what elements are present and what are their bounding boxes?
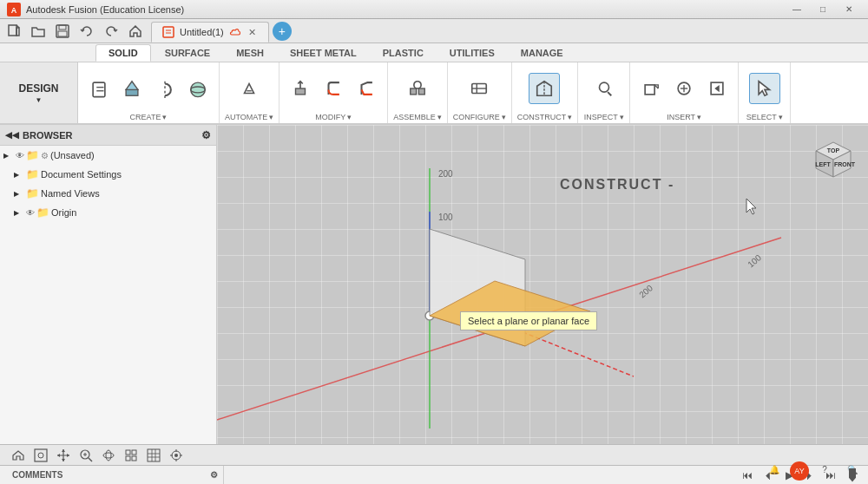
toolbar-btn-chamfer[interactable] bbox=[351, 73, 382, 104]
toolbar-group-buttons-automate bbox=[233, 66, 265, 111]
save-button[interactable] bbox=[52, 23, 73, 39]
new-component-icon bbox=[89, 79, 108, 98]
play-prev-button[interactable]: ⏮ bbox=[740, 468, 755, 483]
toolbar-btn-construct-btn[interactable] bbox=[529, 73, 560, 104]
browser-item-doc-settings[interactable]: ▶ 📁 Document Settings bbox=[0, 165, 216, 184]
help-button[interactable]: ? bbox=[812, 461, 837, 477]
new-tab-button[interactable]: + bbox=[273, 22, 292, 41]
browser-item-label: Document Settings bbox=[41, 169, 122, 180]
browser-item-unsaved[interactable]: ▶ 👁 📁 ⚙ (Unsaved) bbox=[0, 146, 216, 165]
chamfer-icon bbox=[357, 79, 376, 98]
toolbar-btn-configure-btn[interactable] bbox=[464, 73, 495, 104]
toolbar-group-arrow-assemble[interactable]: ▾ bbox=[437, 113, 442, 121]
display-mode-button[interactable] bbox=[122, 448, 141, 463]
toolbar-btn-new-component[interactable] bbox=[83, 73, 115, 104]
browser-settings-icon[interactable]: ⚙ bbox=[201, 129, 211, 141]
home-view-button[interactable] bbox=[9, 448, 28, 463]
toolbar-tabs: SOLIDSURFACEMESHSHEET METALPLASTICUTILIT… bbox=[0, 43, 868, 62]
toolbar-btn-extrude[interactable] bbox=[116, 73, 148, 104]
bell-button[interactable]: 🔔 bbox=[762, 461, 786, 477]
toolbar-group-buttons-inspect bbox=[589, 66, 620, 111]
zoom-button[interactable] bbox=[76, 448, 95, 463]
expand-arrow[interactable]: ▶ bbox=[14, 209, 24, 217]
svg-rect-56 bbox=[35, 449, 47, 461]
svg-line-63 bbox=[89, 458, 92, 461]
collapse-icon[interactable]: ◀◀ bbox=[5, 130, 19, 140]
toolbar-group-label-assemble: ASSEMBLE▾ bbox=[393, 113, 442, 121]
toolbar-group-arrow-insert[interactable]: ▾ bbox=[697, 113, 701, 121]
toolbar-tab-utilities[interactable]: UTILITIES bbox=[437, 44, 507, 62]
expand-arrow[interactable]: ▶ bbox=[14, 190, 24, 198]
toolbar-group-arrow-select[interactable]: ▾ bbox=[779, 113, 783, 121]
toolbar-tab-plastic[interactable]: PLASTIC bbox=[371, 44, 436, 62]
revolve-icon bbox=[155, 79, 174, 98]
design-dropdown[interactable]: DESIGN ▼ bbox=[0, 62, 78, 123]
browser-header: ◀◀ BROWSER ⚙ bbox=[0, 125, 216, 146]
document-tab[interactable]: Untitled(1) ✕ bbox=[151, 22, 269, 43]
timeline-slider[interactable] bbox=[844, 468, 861, 483]
user-button[interactable]: AY bbox=[790, 461, 809, 481]
browser-item-named-views[interactable]: ▶ 📁 Named Views bbox=[0, 184, 216, 203]
svg-rect-72 bbox=[148, 449, 160, 461]
toolbar-btn-inspect-btn[interactable] bbox=[589, 73, 620, 104]
grid-display-button[interactable] bbox=[144, 448, 163, 463]
toolbar-group-arrow-inspect[interactable]: ▾ bbox=[620, 113, 624, 121]
toolbar-tab-mesh[interactable]: MESH bbox=[224, 44, 276, 62]
home-button[interactable] bbox=[125, 23, 146, 39]
pan-button[interactable] bbox=[54, 448, 73, 463]
svg-point-66 bbox=[103, 453, 114, 458]
toolbar-group-modify: MODIFY▾ bbox=[279, 62, 388, 123]
toolbar-group-create: CREATE▾ bbox=[78, 62, 220, 123]
insert2-icon bbox=[674, 79, 694, 98]
tab-close-button[interactable]: ✕ bbox=[247, 27, 258, 38]
toolbar-tab-sheet-metal[interactable]: SHEET METAL bbox=[278, 44, 369, 62]
item-settings-icon[interactable]: ⚙ bbox=[41, 151, 49, 160]
toolbar-group-arrow-construct[interactable]: ▾ bbox=[568, 113, 572, 121]
browser-item-origin[interactable]: ▶ 👁 📁 Origin bbox=[0, 203, 216, 222]
toolbar-btn-assemble-btn[interactable] bbox=[402, 73, 433, 104]
expand-arrow[interactable]: ▶ bbox=[14, 171, 24, 179]
main-area: ◀◀ BROWSER ⚙ ▶ 👁 📁 ⚙ (Unsaved) ▶ 📁 Docum… bbox=[0, 125, 868, 444]
app-title: Autodesk Fusion (Education License) bbox=[26, 4, 184, 15]
toolbar-group-arrow-automate[interactable]: ▾ bbox=[269, 113, 273, 121]
fit-button[interactable] bbox=[31, 448, 50, 463]
undo-button[interactable] bbox=[76, 23, 97, 39]
redo-button[interactable] bbox=[101, 23, 122, 39]
toolbar-group-automate: AUTOMATE▾ bbox=[220, 62, 279, 123]
toolbar-btn-insert2[interactable] bbox=[668, 73, 700, 104]
toolbar-group-assemble: ASSEMBLE▾ bbox=[388, 62, 448, 123]
expand-arrow[interactable]: ▶ bbox=[3, 152, 14, 160]
orbit-button[interactable] bbox=[99, 448, 118, 463]
toolbar-btn-fillet[interactable] bbox=[318, 73, 349, 104]
toolbar-group-label-create: CREATE▾ bbox=[130, 113, 168, 121]
maximize-button[interactable]: □ bbox=[811, 2, 835, 17]
toolbar-btn-press-pull[interactable] bbox=[285, 73, 316, 104]
toolbar-btn-insert3[interactable] bbox=[701, 73, 733, 104]
tab-bar: Untitled(1) ✕ + 🔔 AY ? 🔍 bbox=[0, 19, 868, 43]
visibility-icon[interactable]: 👁 bbox=[16, 151, 24, 160]
toolbar-tab-surface[interactable]: SURFACE bbox=[153, 44, 223, 62]
visibility-icon[interactable]: 👁 bbox=[26, 208, 35, 218]
toolbar-btn-sphere[interactable] bbox=[182, 73, 214, 104]
svg-text:FRONT: FRONT bbox=[834, 161, 856, 167]
minimize-button[interactable]: — bbox=[785, 2, 809, 17]
view-settings-button[interactable] bbox=[167, 448, 186, 463]
close-button[interactable]: ✕ bbox=[837, 2, 861, 17]
toolbar-group-arrow-create[interactable]: ▾ bbox=[162, 113, 167, 121]
toolbar-tab-solid[interactable]: SOLID bbox=[95, 44, 151, 62]
toolbar-btn-insert1[interactable] bbox=[635, 73, 667, 104]
comments-settings-icon[interactable]: ⚙ bbox=[210, 470, 218, 480]
toolbar-group-arrow-configure[interactable]: ▾ bbox=[502, 113, 506, 121]
toolbar-group-arrow-modify[interactable]: ▾ bbox=[347, 113, 352, 121]
folder-icon: 📁 bbox=[26, 149, 39, 161]
new-file-button[interactable] bbox=[3, 23, 24, 39]
canvas-area[interactable]: CONSTRUCT - 200 100 200 100 bbox=[217, 125, 868, 444]
nav-cube[interactable]: TOP LEFT FRONT bbox=[807, 134, 859, 186]
toolbar-btn-select-btn[interactable] bbox=[749, 73, 780, 104]
toolbar-btn-automate-btn[interactable] bbox=[233, 73, 265, 104]
toolbar-tab-manage[interactable]: MANAGE bbox=[509, 44, 575, 62]
open-button[interactable] bbox=[28, 23, 49, 39]
toolbar-btn-revolve[interactable] bbox=[149, 73, 181, 104]
svg-rect-20 bbox=[296, 88, 306, 95]
svg-marker-37 bbox=[759, 82, 769, 96]
